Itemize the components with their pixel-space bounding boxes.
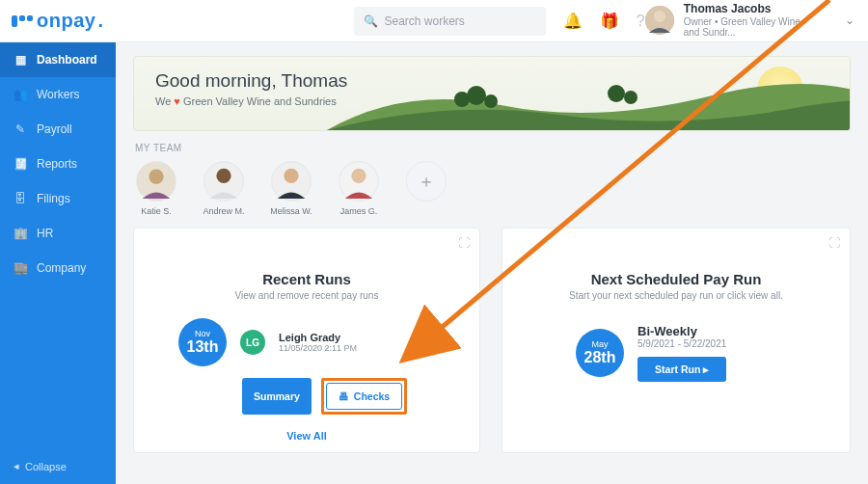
help-icon[interactable]: ? bbox=[637, 13, 645, 30]
next-date-badge: May 28th bbox=[576, 329, 624, 377]
topbar: onpay. 🔍 Search workers 🔔 🎁 ? Thomas Jac… bbox=[0, 0, 868, 42]
start-run-button[interactable]: Start Run ▸ bbox=[637, 357, 726, 382]
schedule-name: Bi-Weekly bbox=[637, 324, 726, 338]
user-role: Owner • Green Valley Wine and Sundr... bbox=[684, 16, 818, 39]
svg-point-1 bbox=[654, 11, 665, 22]
sidebar-item-dashboard[interactable]: ▦Dashboard bbox=[0, 42, 116, 77]
member-name: Melissa W. bbox=[270, 206, 312, 216]
svg-point-4 bbox=[484, 94, 498, 108]
team-row: Katie S. Andrew M. Melissa W. James G. ＋ bbox=[133, 161, 851, 216]
team-member[interactable]: Andrew M. bbox=[201, 161, 247, 216]
svg-point-3 bbox=[467, 86, 486, 105]
checks-label: Checks bbox=[354, 390, 390, 402]
avatar bbox=[645, 6, 674, 35]
view-all-link[interactable]: View All bbox=[149, 430, 464, 442]
next-date-month: May bbox=[591, 340, 608, 349]
sidebar-item-filings[interactable]: 🗄Filings bbox=[0, 181, 116, 216]
team-member[interactable]: Katie S. bbox=[133, 161, 179, 216]
user-menu[interactable]: Thomas Jacobs Owner • Green Valley Wine … bbox=[645, 3, 854, 39]
banner-title: Good morning, Thomas bbox=[155, 70, 347, 92]
sidebar-item-payroll[interactable]: ✎Payroll bbox=[0, 112, 116, 147]
runner-name: Leigh Grady bbox=[279, 332, 357, 343]
sidebar-item-workers[interactable]: 👥Workers bbox=[0, 77, 116, 112]
sidebar-item-label: Filings bbox=[37, 192, 70, 205]
schedule-range: 5/9/2021 - 5/22/2021 bbox=[637, 338, 726, 349]
run-date-day: 13th bbox=[187, 338, 219, 356]
runner-initials: LG bbox=[240, 330, 265, 355]
add-member-button[interactable]: ＋ bbox=[403, 161, 449, 202]
sidebar-item-company[interactable]: 🏬Company bbox=[0, 251, 116, 285]
search-placeholder: Search workers bbox=[384, 14, 464, 28]
building-icon: 🏢 bbox=[14, 227, 27, 240]
search-icon: 🔍 bbox=[364, 14, 378, 28]
sidebar-item-label: HR bbox=[37, 227, 53, 240]
checks-button[interactable]: 🖶 Checks bbox=[326, 383, 402, 410]
member-avatar bbox=[136, 161, 176, 202]
member-avatar bbox=[271, 161, 312, 202]
pen-icon: ✎ bbox=[14, 122, 27, 136]
svg-point-5 bbox=[608, 85, 625, 102]
my-team-label: MY TEAM bbox=[135, 143, 851, 153]
user-name: Thomas Jacobs bbox=[684, 3, 818, 16]
member-avatar bbox=[339, 161, 379, 202]
drawer-icon: 🗄 bbox=[14, 192, 27, 205]
checks-highlight: 🖶 Checks bbox=[321, 378, 407, 415]
recent-runs-card: ⛶ Recent Runs View and remove recent pay… bbox=[133, 228, 480, 453]
svg-point-14 bbox=[351, 169, 366, 183]
grid-icon: ▦ bbox=[14, 53, 27, 67]
run-date-month: Nov bbox=[195, 330, 210, 338]
gift-icon[interactable]: 🎁 bbox=[600, 12, 619, 30]
hills-illustration bbox=[327, 76, 851, 130]
sidebar-item-reports[interactable]: 🧾Reports bbox=[0, 147, 116, 181]
svg-point-6 bbox=[624, 91, 637, 104]
chevron-down-icon: ⌄ bbox=[845, 13, 854, 27]
search-input[interactable]: 🔍 Search workers bbox=[354, 7, 545, 36]
sidebar-item-hr[interactable]: 🏢HR bbox=[0, 216, 116, 251]
svg-point-10 bbox=[216, 169, 231, 183]
next-date-day: 28th bbox=[584, 349, 616, 366]
member-name: James G. bbox=[340, 206, 378, 216]
shop-icon: 🏬 bbox=[14, 261, 27, 275]
member-name: Katie S. bbox=[141, 206, 172, 216]
main: Good morning, Thomas We ♥ Green Valley W… bbox=[116, 42, 868, 484]
sidebar-item-label: Workers bbox=[37, 88, 79, 101]
svg-point-12 bbox=[284, 169, 298, 183]
sidebar-item-label: Reports bbox=[37, 157, 77, 171]
people-icon: 👥 bbox=[14, 88, 27, 101]
recent-runs-subtitle: View and remove recent pay runs bbox=[149, 290, 464, 301]
banner-subtitle: We ♥ Green Valley Wine and Sundries bbox=[155, 95, 347, 107]
run-date-badge: Nov 13th bbox=[178, 318, 227, 366]
collapse-button[interactable]: ◂Collapse bbox=[0, 448, 116, 484]
next-run-subtitle: Start your next scheduled pay run or cli… bbox=[518, 290, 834, 301]
next-run-title: Next Scheduled Pay Run bbox=[518, 271, 834, 287]
print-icon: 🖶 bbox=[339, 390, 349, 402]
member-avatar bbox=[203, 161, 244, 202]
run-timestamp: 11/05/2020 2:11 PM bbox=[279, 343, 357, 353]
team-member[interactable]: James G. bbox=[336, 161, 382, 216]
bell-icon[interactable]: 🔔 bbox=[563, 12, 583, 30]
sidebar-item-label: Company bbox=[37, 261, 86, 275]
member-name: Andrew M. bbox=[203, 206, 244, 216]
collapse-label: Collapse bbox=[25, 461, 67, 472]
doc-icon: 🧾 bbox=[14, 157, 27, 171]
chevron-left-icon: ◂ bbox=[14, 460, 19, 472]
sidebar: ▦Dashboard 👥Workers ✎Payroll 🧾Reports 🗄F… bbox=[0, 42, 116, 484]
welcome-banner: Good morning, Thomas We ♥ Green Valley W… bbox=[133, 56, 851, 131]
recent-runs-title: Recent Runs bbox=[149, 271, 464, 287]
expand-icon[interactable]: ⛶ bbox=[458, 236, 470, 250]
logo-dots-icon bbox=[12, 15, 33, 27]
team-member[interactable]: Melissa W. bbox=[268, 161, 314, 216]
plus-icon: ＋ bbox=[406, 161, 447, 202]
sidebar-item-label: Payroll bbox=[37, 122, 72, 136]
next-run-card: ⛶ Next Scheduled Pay Run Start your next… bbox=[502, 228, 851, 453]
sidebar-item-label: Dashboard bbox=[37, 53, 97, 67]
svg-point-8 bbox=[149, 170, 163, 184]
logo-text: onpay bbox=[37, 10, 95, 32]
topbar-icons: 🔔 🎁 ? bbox=[563, 12, 645, 30]
summary-button[interactable]: Summary bbox=[242, 378, 312, 415]
logo[interactable]: onpay. bbox=[12, 10, 103, 32]
recent-run-row: Nov 13th LG Leigh Grady 11/05/2020 2:11 … bbox=[149, 318, 464, 366]
expand-icon[interactable]: ⛶ bbox=[828, 236, 840, 250]
